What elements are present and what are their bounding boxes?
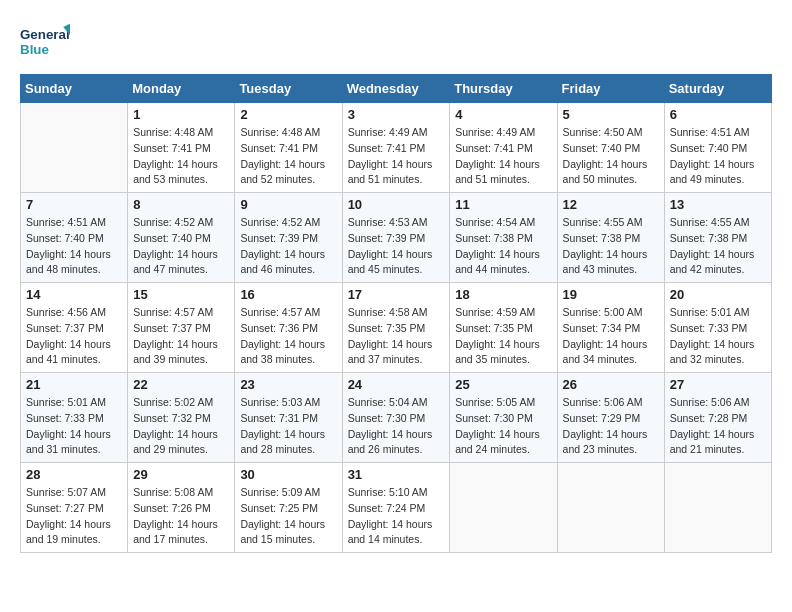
day-info: Sunrise: 4:52 AMSunset: 7:40 PMDaylight:… (133, 215, 229, 278)
day-info: Sunrise: 4:49 AMSunset: 7:41 PMDaylight:… (455, 125, 551, 188)
calendar-cell: 14Sunrise: 4:56 AMSunset: 7:37 PMDayligh… (21, 283, 128, 373)
calendar-cell: 24Sunrise: 5:04 AMSunset: 7:30 PMDayligh… (342, 373, 450, 463)
calendar-cell: 17Sunrise: 4:58 AMSunset: 7:35 PMDayligh… (342, 283, 450, 373)
calendar-cell: 10Sunrise: 4:53 AMSunset: 7:39 PMDayligh… (342, 193, 450, 283)
logo: General Blue (20, 20, 70, 64)
calendar-cell: 4Sunrise: 4:49 AMSunset: 7:41 PMDaylight… (450, 103, 557, 193)
calendar-cell: 2Sunrise: 4:48 AMSunset: 7:41 PMDaylight… (235, 103, 342, 193)
calendar-cell: 27Sunrise: 5:06 AMSunset: 7:28 PMDayligh… (664, 373, 771, 463)
day-info: Sunrise: 4:55 AMSunset: 7:38 PMDaylight:… (670, 215, 766, 278)
calendar-cell: 6Sunrise: 4:51 AMSunset: 7:40 PMDaylight… (664, 103, 771, 193)
day-info: Sunrise: 4:48 AMSunset: 7:41 PMDaylight:… (133, 125, 229, 188)
day-info: Sunrise: 4:57 AMSunset: 7:37 PMDaylight:… (133, 305, 229, 368)
calendar-cell: 18Sunrise: 4:59 AMSunset: 7:35 PMDayligh… (450, 283, 557, 373)
calendar-cell (664, 463, 771, 553)
day-info: Sunrise: 5:03 AMSunset: 7:31 PMDaylight:… (240, 395, 336, 458)
day-info: Sunrise: 4:55 AMSunset: 7:38 PMDaylight:… (563, 215, 659, 278)
day-number: 23 (240, 377, 336, 392)
calendar-cell: 23Sunrise: 5:03 AMSunset: 7:31 PMDayligh… (235, 373, 342, 463)
weekday-header-wednesday: Wednesday (342, 75, 450, 103)
day-info: Sunrise: 5:06 AMSunset: 7:28 PMDaylight:… (670, 395, 766, 458)
day-number: 14 (26, 287, 122, 302)
day-number: 6 (670, 107, 766, 122)
day-info: Sunrise: 5:07 AMSunset: 7:27 PMDaylight:… (26, 485, 122, 548)
day-number: 31 (348, 467, 445, 482)
day-info: Sunrise: 5:00 AMSunset: 7:34 PMDaylight:… (563, 305, 659, 368)
calendar-cell (450, 463, 557, 553)
calendar-cell: 7Sunrise: 4:51 AMSunset: 7:40 PMDaylight… (21, 193, 128, 283)
weekday-header-row: SundayMondayTuesdayWednesdayThursdayFrid… (21, 75, 772, 103)
day-info: Sunrise: 5:10 AMSunset: 7:24 PMDaylight:… (348, 485, 445, 548)
weekday-header-tuesday: Tuesday (235, 75, 342, 103)
calendar-table: SundayMondayTuesdayWednesdayThursdayFrid… (20, 74, 772, 553)
calendar-cell: 28Sunrise: 5:07 AMSunset: 7:27 PMDayligh… (21, 463, 128, 553)
calendar-cell: 19Sunrise: 5:00 AMSunset: 7:34 PMDayligh… (557, 283, 664, 373)
svg-text:Blue: Blue (20, 42, 49, 57)
calendar-cell: 1Sunrise: 4:48 AMSunset: 7:41 PMDaylight… (128, 103, 235, 193)
day-info: Sunrise: 4:57 AMSunset: 7:36 PMDaylight:… (240, 305, 336, 368)
day-number: 9 (240, 197, 336, 212)
day-number: 20 (670, 287, 766, 302)
calendar-week-row: 28Sunrise: 5:07 AMSunset: 7:27 PMDayligh… (21, 463, 772, 553)
day-number: 24 (348, 377, 445, 392)
day-number: 11 (455, 197, 551, 212)
calendar-cell: 30Sunrise: 5:09 AMSunset: 7:25 PMDayligh… (235, 463, 342, 553)
day-number: 10 (348, 197, 445, 212)
svg-text:General: General (20, 27, 70, 42)
calendar-cell: 3Sunrise: 4:49 AMSunset: 7:41 PMDaylight… (342, 103, 450, 193)
calendar-cell: 12Sunrise: 4:55 AMSunset: 7:38 PMDayligh… (557, 193, 664, 283)
weekday-header-friday: Friday (557, 75, 664, 103)
day-info: Sunrise: 4:48 AMSunset: 7:41 PMDaylight:… (240, 125, 336, 188)
day-number: 3 (348, 107, 445, 122)
calendar-cell (557, 463, 664, 553)
day-info: Sunrise: 4:56 AMSunset: 7:37 PMDaylight:… (26, 305, 122, 368)
day-number: 22 (133, 377, 229, 392)
day-info: Sunrise: 5:08 AMSunset: 7:26 PMDaylight:… (133, 485, 229, 548)
calendar-cell: 15Sunrise: 4:57 AMSunset: 7:37 PMDayligh… (128, 283, 235, 373)
calendar-cell: 25Sunrise: 5:05 AMSunset: 7:30 PMDayligh… (450, 373, 557, 463)
day-number: 28 (26, 467, 122, 482)
day-number: 8 (133, 197, 229, 212)
calendar-cell (21, 103, 128, 193)
calendar-cell: 20Sunrise: 5:01 AMSunset: 7:33 PMDayligh… (664, 283, 771, 373)
calendar-cell: 22Sunrise: 5:02 AMSunset: 7:32 PMDayligh… (128, 373, 235, 463)
weekday-header-sunday: Sunday (21, 75, 128, 103)
calendar-week-row: 7Sunrise: 4:51 AMSunset: 7:40 PMDaylight… (21, 193, 772, 283)
day-number: 26 (563, 377, 659, 392)
day-info: Sunrise: 5:05 AMSunset: 7:30 PMDaylight:… (455, 395, 551, 458)
calendar-week-row: 14Sunrise: 4:56 AMSunset: 7:37 PMDayligh… (21, 283, 772, 373)
calendar-cell: 31Sunrise: 5:10 AMSunset: 7:24 PMDayligh… (342, 463, 450, 553)
day-info: Sunrise: 5:09 AMSunset: 7:25 PMDaylight:… (240, 485, 336, 548)
day-info: Sunrise: 4:53 AMSunset: 7:39 PMDaylight:… (348, 215, 445, 278)
weekday-header-thursday: Thursday (450, 75, 557, 103)
day-info: Sunrise: 4:59 AMSunset: 7:35 PMDaylight:… (455, 305, 551, 368)
weekday-header-saturday: Saturday (664, 75, 771, 103)
day-number: 17 (348, 287, 445, 302)
day-info: Sunrise: 5:01 AMSunset: 7:33 PMDaylight:… (670, 305, 766, 368)
day-number: 15 (133, 287, 229, 302)
day-number: 19 (563, 287, 659, 302)
calendar-cell: 9Sunrise: 4:52 AMSunset: 7:39 PMDaylight… (235, 193, 342, 283)
page-header: General Blue (20, 20, 772, 64)
day-info: Sunrise: 4:54 AMSunset: 7:38 PMDaylight:… (455, 215, 551, 278)
logo-svg: General Blue (20, 20, 70, 64)
calendar-cell: 16Sunrise: 4:57 AMSunset: 7:36 PMDayligh… (235, 283, 342, 373)
day-info: Sunrise: 5:04 AMSunset: 7:30 PMDaylight:… (348, 395, 445, 458)
day-info: Sunrise: 5:06 AMSunset: 7:29 PMDaylight:… (563, 395, 659, 458)
calendar-week-row: 21Sunrise: 5:01 AMSunset: 7:33 PMDayligh… (21, 373, 772, 463)
calendar-cell: 29Sunrise: 5:08 AMSunset: 7:26 PMDayligh… (128, 463, 235, 553)
day-number: 13 (670, 197, 766, 212)
day-number: 7 (26, 197, 122, 212)
day-number: 25 (455, 377, 551, 392)
day-info: Sunrise: 4:52 AMSunset: 7:39 PMDaylight:… (240, 215, 336, 278)
day-info: Sunrise: 4:50 AMSunset: 7:40 PMDaylight:… (563, 125, 659, 188)
day-info: Sunrise: 5:01 AMSunset: 7:33 PMDaylight:… (26, 395, 122, 458)
day-number: 29 (133, 467, 229, 482)
day-number: 21 (26, 377, 122, 392)
day-info: Sunrise: 4:51 AMSunset: 7:40 PMDaylight:… (26, 215, 122, 278)
calendar-cell: 21Sunrise: 5:01 AMSunset: 7:33 PMDayligh… (21, 373, 128, 463)
day-info: Sunrise: 5:02 AMSunset: 7:32 PMDaylight:… (133, 395, 229, 458)
calendar-cell: 8Sunrise: 4:52 AMSunset: 7:40 PMDaylight… (128, 193, 235, 283)
calendar-cell: 11Sunrise: 4:54 AMSunset: 7:38 PMDayligh… (450, 193, 557, 283)
weekday-header-monday: Monday (128, 75, 235, 103)
